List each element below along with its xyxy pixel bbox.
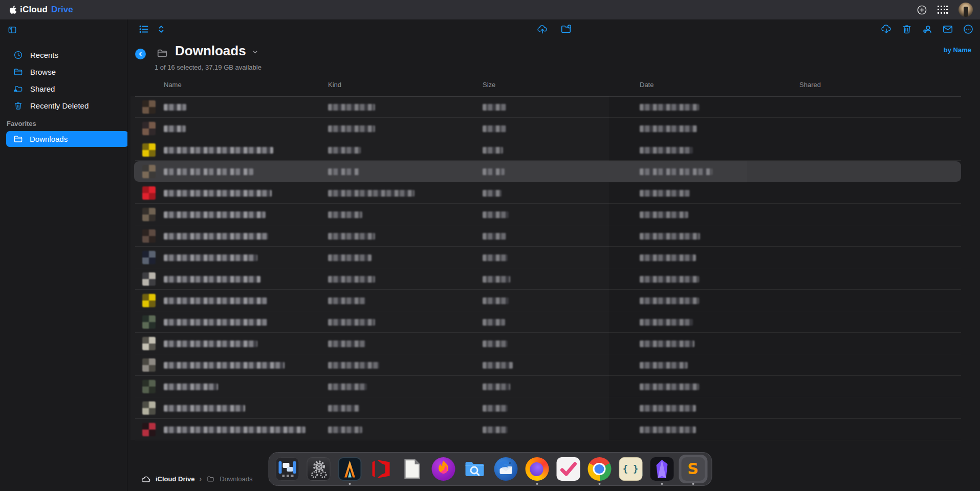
- page-title-block: Downloads: [175, 43, 259, 59]
- file-name-redacted: [164, 254, 257, 261]
- file-date-redacted: [640, 168, 712, 175]
- back-button[interactable]: [135, 49, 146, 59]
- dock-icon-document-editor[interactable]: [400, 457, 424, 481]
- new-folder-icon[interactable]: [560, 24, 572, 35]
- sidebar-item-browse[interactable]: Browse: [0, 63, 127, 80]
- breadcrumb-root[interactable]: iCloud Drive: [156, 475, 195, 483]
- add-person-icon[interactable]: [922, 24, 933, 35]
- file-thumbnail: [142, 272, 156, 286]
- file-row[interactable]: [127, 397, 980, 419]
- document-icon: [400, 457, 424, 481]
- sidebar-item-downloads[interactable]: Downloads: [6, 131, 128, 147]
- dock-icon-obsidian-notes[interactable]: [650, 457, 673, 481]
- file-row[interactable]: [127, 204, 980, 225]
- file-row[interactable]: [127, 139, 980, 161]
- file-row[interactable]: [127, 247, 980, 268]
- file-name-redacted: [164, 211, 266, 218]
- dock-icon-gears-utility[interactable]: [307, 457, 330, 481]
- running-indicator: [661, 483, 663, 485]
- file-kind-redacted: [328, 104, 375, 111]
- sort-by-label[interactable]: by Name: [944, 46, 971, 54]
- file-name-redacted: [164, 297, 267, 304]
- dock-icon-flame-browser[interactable]: [431, 457, 455, 481]
- file-name-redacted: [164, 147, 273, 154]
- file-row[interactable]: [127, 96, 980, 118]
- file-row[interactable]: [127, 311, 980, 333]
- file-row[interactable]: [127, 225, 980, 247]
- dock-icon-code-braces[interactable]: { }: [619, 457, 642, 481]
- file-thumbnail: [142, 380, 156, 393]
- file-date-redacted: [640, 426, 696, 433]
- file-kind-redacted: [328, 147, 361, 154]
- apps-grid-icon[interactable]: [938, 6, 948, 14]
- column-header-name[interactable]: Name: [164, 81, 182, 89]
- sidebar-item-recently-deleted[interactable]: Recently Deleted: [0, 97, 127, 114]
- dock-icon-todo-checkmark[interactable]: [556, 457, 580, 481]
- file-row[interactable]: [127, 118, 980, 139]
- sidebar-item-shared[interactable]: Shared: [0, 80, 127, 97]
- file-size-redacted: [483, 147, 503, 154]
- chevron-left-icon: [138, 51, 143, 57]
- column-header-kind[interactable]: Kind: [328, 81, 341, 89]
- mail-icon[interactable]: [942, 24, 953, 35]
- app-name-accent: Drive: [51, 5, 73, 15]
- chrome-icon: [587, 457, 611, 481]
- file-size-redacted: [483, 211, 509, 218]
- file-row[interactable]: [127, 419, 980, 440]
- breadcrumb-current: Downloads: [220, 475, 252, 483]
- file-thumbnail: [142, 208, 156, 221]
- file-row[interactable]: [127, 290, 980, 311]
- file-row[interactable]: [127, 354, 980, 376]
- file-date-redacted: [640, 211, 688, 218]
- topbar: iCloud Drive: [0, 0, 980, 19]
- file-row[interactable]: [127, 161, 980, 182]
- column-header-size[interactable]: Size: [483, 81, 495, 89]
- dock-icon-chrome-browser[interactable]: [587, 457, 611, 481]
- column-header-shared[interactable]: Shared: [799, 81, 821, 89]
- content-toolbar: [127, 19, 980, 39]
- dock-icon-red-media-app[interactable]: [369, 457, 393, 481]
- file-row[interactable]: [127, 333, 980, 354]
- running-indicator: [598, 483, 600, 485]
- file-date-redacted: [640, 147, 693, 154]
- file-thumbnail: [142, 358, 156, 372]
- sidebar-item-label: Recently Deleted: [30, 101, 89, 110]
- file-thumbnail: [142, 401, 156, 415]
- file-thumbnail: [142, 186, 156, 200]
- search-folder-icon: [463, 457, 486, 481]
- firefox-icon: [525, 457, 549, 481]
- dock-icon-firefox-browser[interactable]: [525, 457, 549, 481]
- user-avatar[interactable]: [959, 3, 973, 17]
- icloud-drive-window: iCloud Drive Recents Browse: [0, 0, 980, 491]
- dock-icon-alacritty-terminal[interactable]: [338, 457, 361, 481]
- dock-icon-file-search[interactable]: [463, 457, 486, 481]
- list-view-icon[interactable]: [138, 24, 149, 35]
- chevron-down-icon[interactable]: [251, 48, 259, 56]
- sidebar-item-label: Shared: [30, 84, 55, 93]
- file-kind-redacted: [328, 254, 372, 261]
- topbar-actions: [917, 3, 973, 17]
- file-row[interactable]: [127, 182, 980, 204]
- sidebar-toggle-icon[interactable]: [7, 26, 17, 34]
- file-kind-redacted: [328, 211, 362, 218]
- add-circle-icon[interactable]: [917, 5, 927, 15]
- dock-icon-thunderbird-mail[interactable]: [494, 457, 517, 481]
- trash-icon[interactable]: [901, 24, 912, 35]
- cloud-download-icon[interactable]: [881, 24, 892, 35]
- selection-actions: [881, 24, 974, 35]
- dock-icon-sublime-text[interactable]: S: [681, 457, 705, 481]
- file-row[interactable]: [127, 268, 980, 290]
- sort-control-icon[interactable]: [156, 24, 167, 35]
- file-date-redacted: [640, 383, 699, 390]
- selection-status: 1 of 16 selected, 37.19 GB available: [155, 63, 262, 71]
- sidebar-item-recents[interactable]: Recents: [0, 47, 127, 63]
- file-row[interactable]: [127, 376, 980, 397]
- file-thumbnail: [142, 229, 156, 243]
- cloud-upload-icon[interactable]: [537, 24, 548, 35]
- file-name-redacted: [164, 190, 272, 197]
- column-header-date[interactable]: Date: [640, 81, 654, 89]
- file-name-redacted: [164, 383, 218, 390]
- file-size-redacted: [483, 426, 508, 433]
- more-circle-icon[interactable]: [963, 24, 974, 35]
- dock-icon-window-tiles[interactable]: [275, 457, 299, 481]
